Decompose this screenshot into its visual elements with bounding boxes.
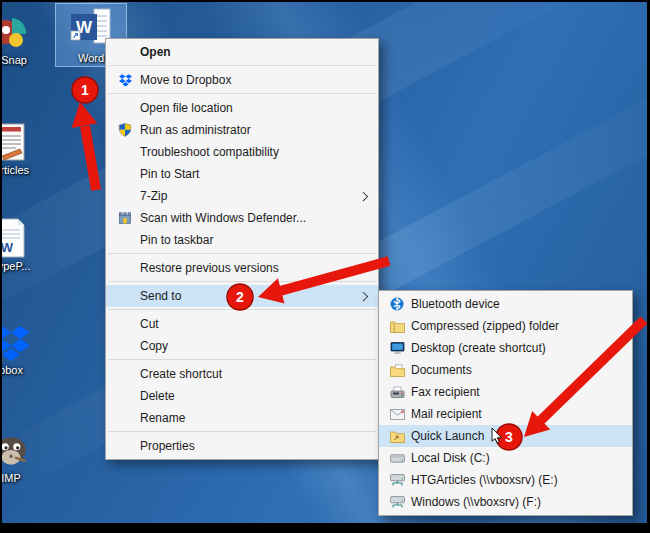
desktop-icon-dropbox[interactable]: pbox — [0, 316, 46, 376]
submenu-item-fax-recipient[interactable]: Fax recipient — [379, 381, 632, 403]
mail-icon — [385, 409, 409, 420]
bluetooth-icon — [385, 297, 409, 311]
menu-item-cut[interactable]: Cut — [106, 313, 378, 335]
annotation-arrow-1 — [72, 102, 98, 190]
desktop-icon-label: TypeP... — [0, 260, 46, 272]
menu-item-7zip[interactable]: 7-Zip — [106, 185, 378, 207]
screenshot-border-top — [0, 0, 650, 2]
submenu-item-documents[interactable]: Documents — [379, 359, 632, 381]
desktop-icon-label: nSnap — [0, 54, 46, 66]
zip-folder-icon — [385, 320, 409, 333]
desktop-icon-articles[interactable]: Articles — [0, 116, 46, 176]
desktop-background: nSnap W Word — [0, 0, 650, 533]
menu-separator — [108, 93, 376, 94]
menu-separator — [108, 309, 376, 310]
menu-item-troubleshoot-compatibility[interactable]: Troubleshoot compatibility — [106, 141, 378, 163]
submenu-item-desktop-shortcut[interactable]: Desktop (create shortcut) — [379, 337, 632, 359]
menu-separator — [108, 359, 376, 360]
menu-separator — [108, 253, 376, 254]
submenu-item-bluetooth-device[interactable]: Bluetooth device — [379, 293, 632, 315]
document-icon — [0, 116, 46, 162]
network-drive-icon — [385, 474, 409, 487]
context-menu: Open Move to Dropbox Open file location — [105, 38, 379, 460]
desktop-icon-label: pbox — [0, 364, 46, 376]
submenu-item-local-disk-c[interactable]: Local Disk (C:) — [379, 447, 632, 469]
send-to-submenu: Bluetooth device Compressed (zipped) fol… — [378, 290, 633, 516]
menu-item-scan-with-windows-defender[interactable]: Scan with Windows Defender... — [106, 207, 378, 229]
menu-item-rename[interactable]: Rename — [106, 407, 378, 429]
menu-item-pin-to-taskbar[interactable]: Pin to taskbar — [106, 229, 378, 251]
screenshot-border-left — [0, 0, 2, 533]
quick-launch-folder-icon — [385, 430, 409, 443]
menu-item-pin-to-start[interactable]: Pin to Start — [106, 163, 378, 185]
svg-text:1: 1 — [81, 82, 89, 98]
screenshot-border-bottom — [0, 523, 650, 533]
menu-item-run-as-administrator[interactable]: Run as administrator — [106, 119, 378, 141]
desktop-icon-typep[interactable]: W TypeP... — [0, 212, 46, 272]
submenu-item-quick-launch[interactable]: Quick Launch — [379, 425, 632, 447]
menu-item-open[interactable]: Open — [106, 41, 378, 63]
svg-text:W: W — [1, 240, 14, 255]
desktop-icon-nsnap[interactable]: nSnap — [0, 6, 46, 66]
network-drive-icon — [385, 496, 409, 509]
menu-item-move-to-dropbox[interactable]: Move to Dropbox — [106, 69, 378, 91]
dropbox-icon — [112, 74, 138, 87]
menu-item-copy[interactable]: Copy — [106, 335, 378, 357]
defender-icon — [112, 211, 138, 225]
menu-separator — [108, 431, 376, 432]
dropbox-icon — [0, 316, 46, 362]
submenu-item-windows-drive-f[interactable]: Windows (\\vboxsrv) (F:) — [379, 491, 632, 513]
menu-separator — [108, 65, 376, 66]
menu-item-properties[interactable]: Properties — [106, 435, 378, 457]
menu-separator — [108, 281, 376, 282]
submenu-item-mail-recipient[interactable]: Mail recipient — [379, 403, 632, 425]
desktop-icon-label: IMP — [0, 472, 46, 484]
desktop-icon-label: Articles — [0, 164, 46, 176]
fax-icon — [385, 386, 409, 399]
menu-item-send-to[interactable]: Send to — [106, 285, 378, 307]
menu-item-create-shortcut[interactable]: Create shortcut — [106, 363, 378, 385]
annotation-step-1-badge: 1 — [72, 77, 98, 103]
menu-item-restore-previous-versions[interactable]: Restore previous versions — [106, 257, 378, 279]
submenu-item-htgarticles-drive-e[interactable]: HTGArticles (\\vboxsrv) (E:) — [379, 469, 632, 491]
local-disk-icon — [385, 454, 409, 463]
desktop-icon-gimp[interactable]: IMP — [0, 424, 46, 484]
menu-item-delete[interactable]: Delete — [106, 385, 378, 407]
uac-shield-icon — [112, 123, 138, 137]
gimp-icon — [0, 424, 46, 470]
menu-item-open-file-location[interactable]: Open file location — [106, 97, 378, 119]
screenshot-app-icon — [0, 6, 46, 52]
documents-icon — [385, 364, 409, 377]
submenu-item-compressed-folder[interactable]: Compressed (zipped) folder — [379, 315, 632, 337]
word-document-icon: W — [0, 212, 46, 258]
desktop-icon — [385, 341, 409, 355]
